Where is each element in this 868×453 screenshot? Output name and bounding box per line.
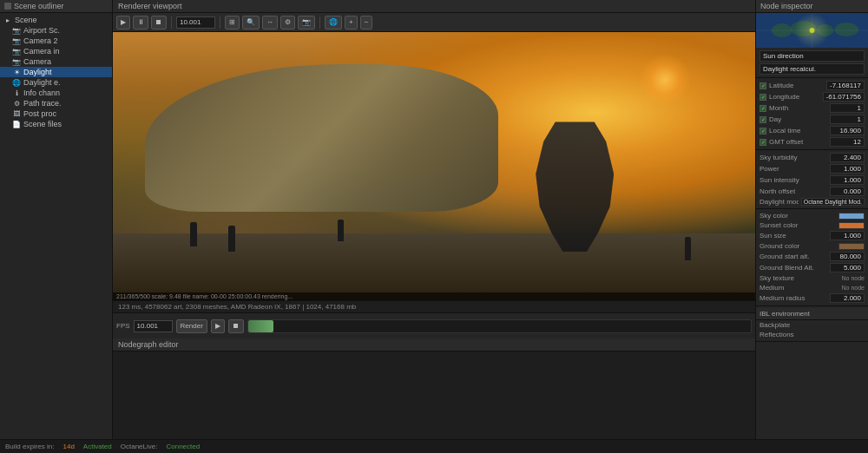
longitude-checkbox[interactable]: ✓ bbox=[760, 94, 766, 101]
person-3 bbox=[338, 220, 344, 241]
viewport-title: Renderer viewport bbox=[118, 2, 182, 10]
timeline-stop[interactable]: ⏹ bbox=[228, 319, 244, 333]
outliner-item-label: Camera in bbox=[23, 47, 60, 56]
toolbar-btn-1[interactable]: ⊞ bbox=[225, 16, 240, 30]
scene-outliner-icon bbox=[4, 3, 11, 10]
viewport-canvas[interactable]: 211/365/500 scale: 9.48 file name: 00-00… bbox=[113, 32, 755, 300]
build-label: Build expires in: bbox=[5, 443, 54, 450]
sky-texture-value: No node bbox=[842, 275, 865, 281]
outliner-item[interactable]: ☀ Daylight bbox=[0, 67, 112, 77]
gmt-row: ✓ GMT offset 12 bbox=[756, 136, 868, 148]
render-button[interactable]: ▶ bbox=[116, 16, 130, 30]
power-value[interactable]: 1.000 bbox=[830, 164, 865, 174]
month-value[interactable]: 1 bbox=[830, 103, 865, 113]
render-stamp-left: 211/365/500 scale: 9.48 file name: 00-00… bbox=[116, 293, 293, 299]
toolbar-btn-8[interactable]: − bbox=[360, 16, 373, 30]
sun-size-row: Sun size 1.000 bbox=[756, 230, 868, 241]
timeline-progress bbox=[248, 320, 273, 332]
localtime-label: Local time bbox=[769, 127, 827, 135]
outliner-item-label: Daylight e. bbox=[23, 78, 61, 87]
fps-input[interactable] bbox=[176, 16, 215, 29]
medium-radius-row: Medium radius 2.000 bbox=[756, 292, 868, 304]
outliner-item[interactable]: 📷 Camera in bbox=[0, 46, 112, 56]
toolbar-btn-5[interactable]: 📷 bbox=[298, 16, 315, 30]
outliner-item[interactable]: ⚙ Path trace. bbox=[0, 98, 112, 108]
outliner-item[interactable]: 🌐 Daylight e. bbox=[0, 77, 112, 88]
medium-radius-value[interactable]: 2.000 bbox=[830, 293, 865, 303]
timeline-fps[interactable] bbox=[134, 320, 173, 332]
ground-start-value[interactable]: 80.000 bbox=[830, 252, 865, 261]
toolbar-btn-3[interactable]: ↔ bbox=[262, 16, 278, 30]
ground-start-label: Ground start alt. bbox=[760, 253, 827, 260]
longitude-value[interactable]: -61.071756 bbox=[823, 92, 865, 102]
nodegraph-canvas[interactable]: Scene Camera bbox=[113, 351, 755, 450]
sky-texture-label: Sky texture bbox=[760, 274, 839, 282]
world-map-thumbnail bbox=[756, 13, 868, 48]
pause-button[interactable]: ⏸ bbox=[133, 16, 148, 30]
localtime-checkbox[interactable]: ✓ bbox=[760, 128, 766, 135]
ground-color-row: Ground color bbox=[756, 241, 868, 251]
medium-label-row: Medium No node bbox=[756, 283, 868, 292]
day-label: Day bbox=[769, 115, 827, 123]
sun-intensity-value[interactable]: 1.000 bbox=[830, 175, 865, 185]
viewport-header: Renderer viewport bbox=[113, 0, 755, 13]
sunset-color-swatch[interactable] bbox=[838, 222, 865, 229]
ground-color-swatch[interactable] bbox=[838, 243, 865, 250]
outliner-item[interactable]: 📷 Camera bbox=[0, 56, 112, 67]
outliner-item-icon: 📷 bbox=[12, 57, 21, 66]
sky-texture-row: Sky texture No node bbox=[756, 273, 868, 283]
latitude-checkbox[interactable]: ✓ bbox=[760, 82, 766, 89]
sky-params: Sky turbidity 2.400 Power 1.000 Sun inte… bbox=[756, 150, 868, 209]
outliner-item[interactable]: ▸ Scene bbox=[0, 15, 112, 25]
outliner-item[interactable]: 📷 Camera 2 bbox=[0, 36, 112, 46]
outliner-item-icon: ☀ bbox=[12, 68, 21, 76]
outliner-item-icon: 🖼 bbox=[12, 109, 21, 118]
toolbar-sep-2 bbox=[220, 16, 220, 29]
outliner-item[interactable]: 📄 Scene files bbox=[0, 119, 112, 129]
gmt-value[interactable]: 12 bbox=[830, 137, 865, 147]
outliner-item-icon: ▸ bbox=[3, 16, 12, 24]
daylight-mode-value[interactable]: Octane Daylight Mod. bbox=[801, 198, 865, 206]
north-offset-value[interactable]: 0.000 bbox=[830, 187, 865, 196]
localtime-value[interactable]: 16.900 bbox=[830, 126, 865, 135]
outliner-item[interactable]: 🖼 Post proc bbox=[0, 108, 112, 119]
sun-size-value[interactable]: 1.000 bbox=[830, 231, 865, 240]
toolbar-btn-2[interactable]: 🔍 bbox=[242, 16, 260, 30]
render-status-bar: 123 ms, 4578062 art, 2308 meshes, AMD Ra… bbox=[113, 300, 755, 312]
ibl-title: IBL environment bbox=[756, 308, 868, 320]
sky-turbidity-value[interactable]: 2.400 bbox=[830, 153, 865, 162]
sky-color-swatch[interactable] bbox=[838, 213, 865, 220]
outliner-item[interactable]: ℹ Info chann bbox=[0, 88, 112, 98]
localtime-row: ✓ Local time 16.900 bbox=[756, 125, 868, 136]
color-params: Sky color Sunset color Sun size 1.000 Gr… bbox=[756, 209, 868, 306]
toolbar-btn-6[interactable]: 🌐 bbox=[325, 16, 342, 30]
stop-button[interactable]: ⏹ bbox=[151, 16, 167, 30]
main-layout: Scene outliner ▸ Scene 📷 Airport Sc. 📷 C… bbox=[0, 0, 868, 453]
timeline-play[interactable]: ▶ bbox=[211, 319, 225, 333]
sky-turbidity-row: Sky turbidity 2.400 bbox=[756, 152, 868, 163]
octanelive-value: Connected bbox=[166, 443, 200, 450]
toolbar-sep-3 bbox=[319, 16, 320, 29]
toolbar-btn-7[interactable]: + bbox=[345, 16, 358, 30]
timeline-render-btn[interactable]: Render bbox=[176, 319, 207, 333]
day-value[interactable]: 1 bbox=[830, 115, 865, 124]
toolbar-btn-4[interactable]: ⚙ bbox=[280, 16, 295, 30]
main-toolbar: ▶ ⏸ ⏹ ⊞ 🔍 ↔ ⚙ 📷 🌐 + − bbox=[113, 13, 755, 32]
node-inspector-title: Node inspector bbox=[760, 2, 813, 10]
day-checkbox[interactable]: ✓ bbox=[760, 116, 766, 123]
nodegraph-area: Nodegraph editor bbox=[113, 338, 755, 453]
daylight-recalc-dropdown[interactable]: Daylight recalcul. bbox=[760, 63, 865, 75]
outliner-item[interactable]: 📷 Airport Sc. bbox=[0, 25, 112, 36]
node-wires bbox=[113, 351, 755, 450]
ground-blend-value[interactable]: 5.000 bbox=[830, 263, 865, 272]
outliner-item-label: Scene files bbox=[23, 120, 62, 128]
medium-label-label: Medium bbox=[760, 284, 839, 292]
latitude-value[interactable]: -7.168117 bbox=[826, 81, 865, 90]
month-checkbox[interactable]: ✓ bbox=[760, 105, 766, 112]
timeline-track[interactable] bbox=[247, 319, 752, 333]
sun-direction-dropdown[interactable]: Sun direction bbox=[760, 50, 865, 62]
outliner-item-icon: 🌐 bbox=[12, 78, 21, 87]
outliner-item-label: Daylight bbox=[23, 68, 52, 76]
ibl-section: IBL environment Backplate Reflections bbox=[756, 306, 868, 342]
gmt-checkbox[interactable]: ✓ bbox=[760, 139, 766, 146]
